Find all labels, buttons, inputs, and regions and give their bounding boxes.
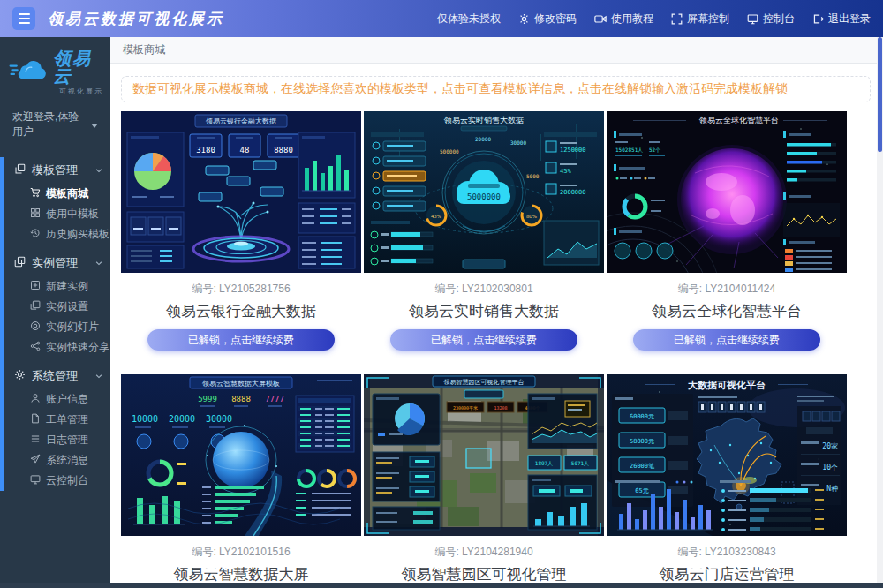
sidebar-item-instance-settings[interactable]: 实例设置 — [4, 297, 110, 317]
svg-text:领易云智慧数据大屏模板: 领易云智慧数据大屏模板 — [202, 380, 280, 388]
list-icon — [30, 433, 41, 447]
copy-edit-icon — [30, 300, 41, 313]
template-preview-global-platform[interactable]: 领易云全球化智慧平台 1502851人 52个 — [607, 111, 847, 273]
sidebar-item-instance-share[interactable]: 实例快速分享 — [4, 337, 110, 358]
template-title: 领易云全球化智慧平台 — [607, 301, 847, 321]
svg-text:2000000: 2000000 — [560, 189, 586, 196]
sidebar-item-template-store[interactable]: 模板商城 — [4, 184, 110, 204]
svg-text:5000000: 5000000 — [467, 192, 501, 201]
template-card[interactable]: 领易云实时销售大数据 — [364, 111, 604, 351]
template-title: 领易云实时销售大数据 — [364, 301, 604, 321]
sidebar-item-new-instance[interactable]: 新建实例 — [4, 276, 110, 297]
svg-text:领易云全球化智慧平台: 领易云全球化智慧平台 — [698, 116, 779, 124]
svg-text:500000: 500000 — [440, 148, 459, 155]
template-card[interactable]: 领易云全球化智慧平台 1502851人 52个 — [607, 111, 847, 351]
logout-button[interactable]: 退出登录 — [812, 11, 871, 26]
sidebar-nav: 模板管理 模板商城 使用中模板 历史购买模板 实例管理 — [0, 157, 110, 491]
screen-frame-icon — [671, 13, 683, 25]
gauge-right: 80% — [522, 206, 541, 225]
stats-panel — [373, 452, 440, 501]
template-preview-bank-finance[interactable]: 领易云银行金融大数据 — [121, 111, 361, 273]
gear-icon — [518, 13, 530, 25]
chevron-down-icon — [94, 164, 103, 177]
monitor-icon — [747, 13, 758, 25]
sidebar: 领易云 可视化展示 欢迎登录,体验用户 模板管理 模板商城 使用中模板 — [0, 37, 110, 588]
svg-text:领易智慧园区可视化管理平台: 领易智慧园区可视化管理平台 — [443, 379, 525, 386]
template-title: 领易云银行金融大数据 — [121, 301, 361, 321]
console-button[interactable]: 控制台 — [747, 11, 795, 26]
sidebar-item-logs[interactable]: 日志管理 — [4, 430, 110, 450]
change-password-button[interactable]: 修改密码 — [518, 11, 577, 26]
sidebar-item-account-info[interactable]: 账户信息 — [4, 389, 110, 410]
screen-control-button[interactable]: 屏幕控制 — [671, 11, 729, 26]
nav-section-template-mgmt[interactable]: 模板管理 — [4, 157, 110, 184]
svg-text:26000笔: 26000笔 — [630, 463, 655, 470]
svg-text:8888: 8888 — [231, 395, 251, 403]
template-title: 领易云门店运营管理 — [607, 564, 847, 584]
list-panel — [373, 507, 440, 530]
template-preview-smart-screen[interactable]: 领易云智慧数据大屏模板 10000 20000 30000 5999 8888 — [121, 374, 361, 536]
svg-text:3180: 3180 — [196, 146, 215, 155]
svg-text:5999: 5999 — [198, 395, 217, 403]
scrollbar-thumb[interactable] — [878, 37, 882, 152]
renew-button[interactable]: 已解锁，点击继续续费 — [147, 329, 335, 351]
sidebar-item-instance-slides[interactable]: 实例幻灯片 — [4, 317, 110, 337]
stat-boxes-panel — [127, 212, 184, 268]
svg-text:1250000: 1250000 — [560, 147, 586, 154]
cart-icon — [30, 187, 41, 200]
cloud-logo-icon — [9, 58, 48, 87]
svg-text:领易云实时销售大数据: 领易云实时销售大数据 — [443, 116, 524, 124]
window-bottom-edge — [0, 583, 883, 588]
template-preview-smart-park[interactable]: 领易智慧园区可视化管理平台 230000平米 13208 4400个 — [364, 374, 604, 536]
svg-text:13208: 13208 — [494, 405, 507, 411]
nav-section-system-mgmt[interactable]: 系统管理 — [4, 363, 110, 389]
svg-text:5000: 5000 — [526, 173, 540, 179]
template-preview-store-ops[interactable]: 大数据可视化平台 60000元 58000元 — [607, 374, 847, 536]
template-card[interactable]: 领易云智慧数据大屏模板 10000 20000 30000 5999 8888 — [121, 374, 361, 588]
template-title: 领易智慧园区可视化管理 — [364, 564, 604, 584]
svg-text:20家: 20家 — [822, 442, 838, 450]
sidebar-item-system-messages[interactable]: 系统消息 — [4, 450, 110, 471]
tutorial-button[interactable]: 使用教程 — [594, 11, 653, 26]
renew-button[interactable]: 已解锁，点击继续续费 — [633, 329, 820, 351]
logo: 领易云 可视化展示 — [0, 37, 110, 99]
template-preview-realtime-sales[interactable]: 领易云实时销售大数据 — [364, 111, 604, 273]
bar-chart-panel — [528, 475, 597, 530]
renew-button[interactable]: 已解锁，点击继续续费 — [390, 329, 577, 351]
vertical-scrollbar[interactable] — [877, 37, 883, 588]
line-chart-panel — [528, 394, 597, 449]
gear-icon — [14, 369, 26, 383]
svg-text:58000元: 58000元 — [630, 438, 654, 445]
hamburger-menu-icon[interactable] — [12, 7, 35, 30]
nav-section-instance-mgmt[interactable]: 实例管理 — [4, 250, 110, 276]
sidebar-item-work-orders[interactable]: 工单管理 — [4, 410, 110, 430]
user-dropdown[interactable]: 欢迎登录,体验用户 — [0, 99, 110, 152]
send-icon — [30, 454, 41, 467]
template-code: 编号: LY2105281756 — [121, 282, 361, 297]
main-content: 模板商城 数据可视化展示模板商城，在线选择您喜欢的模板类型，点击可查看模板详信息… — [110, 37, 883, 588]
svg-text:20000: 20000 — [475, 136, 491, 142]
template-code: 编号: LY2103230843 — [607, 545, 847, 560]
share-icon — [30, 341, 41, 354]
svg-text:60000元: 60000元 — [630, 413, 654, 420]
svg-text:30000: 30000 — [510, 139, 526, 146]
plus-square-icon — [30, 280, 41, 293]
pie-panel — [373, 394, 440, 445]
app-title: 领易云数据可视化展示 — [48, 9, 224, 29]
pie-panel — [127, 132, 184, 207]
topbar: 领易云数据可视化展示 仅体验未授权 修改密码 使用教程 屏幕控制 控制台 — [0, 0, 883, 37]
license-status: 仅体验未授权 — [437, 11, 501, 26]
svg-text:大数据可视化平台: 大数据可视化平台 — [688, 380, 766, 391]
copy-icon — [14, 163, 26, 177]
template-card[interactable]: 大数据可视化平台 60000元 58000元 — [607, 374, 847, 588]
target-circle-icon — [30, 320, 41, 334]
svg-text:10个: 10个 — [822, 464, 838, 471]
sidebar-item-cloud-console[interactable]: 云控制台 — [4, 471, 110, 491]
template-card[interactable]: 领易智慧园区可视化管理平台 230000平米 13208 4400个 — [364, 374, 604, 588]
template-card[interactable]: 领易云银行金融大数据 — [121, 111, 361, 351]
chevron-down-icon — [94, 370, 103, 383]
sidebar-item-purchase-history[interactable]: 历史购买模板 — [4, 224, 110, 245]
template-code: 编号: LY2104281940 — [364, 545, 604, 560]
sidebar-item-templates-in-use[interactable]: 使用中模板 — [4, 204, 110, 224]
chevron-down-icon — [94, 257, 103, 270]
